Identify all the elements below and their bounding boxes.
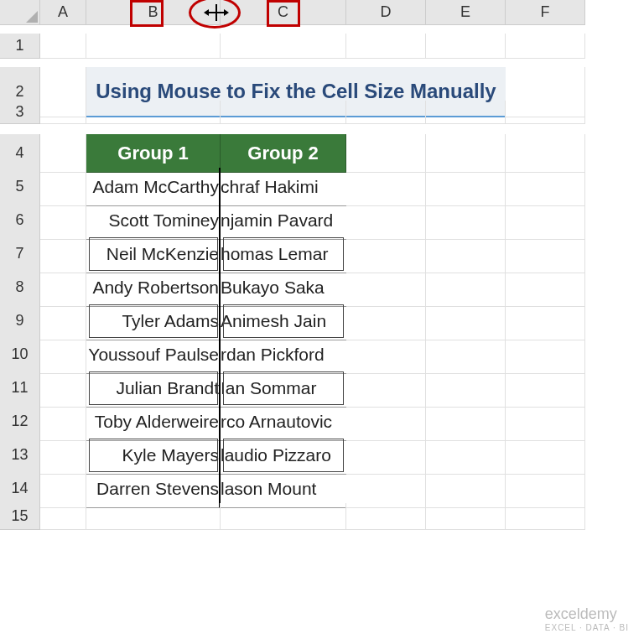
svg-marker-0 (26, 11, 38, 23)
row-header-1[interactable]: 1 (0, 34, 40, 59)
cell-a1[interactable] (40, 34, 86, 59)
spreadsheet-grid: A B C D E F 1 2 Using Mouse to Fix the C… (0, 0, 644, 537)
cell-a15[interactable] (40, 503, 86, 530)
cell-e1[interactable] (426, 34, 506, 59)
cell-a3[interactable] (40, 101, 86, 124)
row-header-15[interactable]: 15 (0, 503, 40, 530)
cell-f3[interactable] (506, 101, 585, 124)
cell-c3[interactable] (221, 101, 346, 124)
cell-e3[interactable] (426, 101, 506, 124)
cell-c15[interactable] (221, 503, 346, 530)
cell-e15[interactable] (426, 503, 506, 530)
col-header-a[interactable]: A (40, 0, 86, 25)
col-header-c[interactable]: C (221, 0, 346, 25)
row-header-3[interactable]: 3 (0, 101, 40, 124)
col-header-b[interactable]: B (86, 0, 221, 25)
cell-d15[interactable] (346, 503, 426, 530)
cell-b15[interactable] (86, 503, 221, 530)
cell-f1[interactable] (506, 34, 585, 59)
watermark-brand: exceldemy (545, 605, 617, 622)
watermark: exceldemy EXCEL · DATA · BI (545, 605, 629, 632)
select-all-corner[interactable] (0, 0, 40, 25)
cell-b1[interactable] (86, 34, 221, 59)
cell-d1[interactable] (346, 34, 426, 59)
cell-c1[interactable] (221, 34, 346, 59)
watermark-tag: EXCEL · DATA · BI (545, 623, 629, 632)
cell-f15[interactable] (506, 503, 585, 530)
col-header-f[interactable]: F (506, 0, 585, 25)
col-header-e[interactable]: E (426, 0, 506, 25)
cell-b3[interactable] (86, 101, 221, 124)
col-header-d[interactable]: D (346, 0, 426, 25)
cell-d3[interactable] (346, 101, 426, 124)
